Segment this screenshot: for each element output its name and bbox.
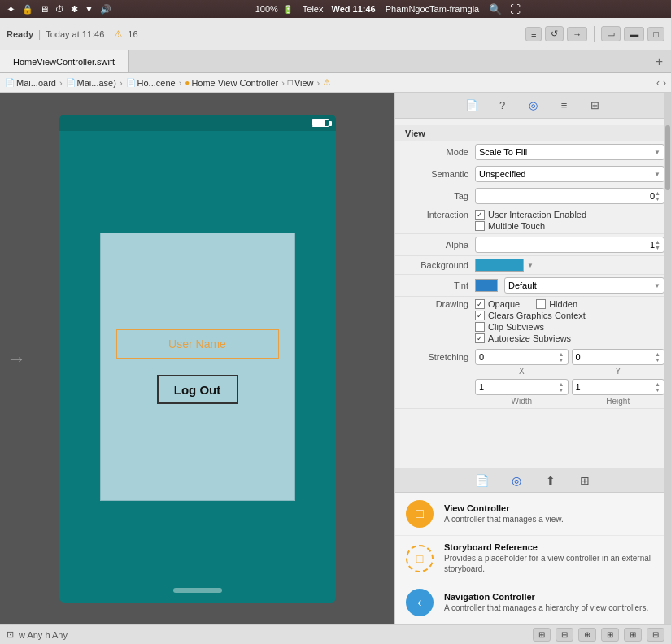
add-tab-btn[interactable]: + (647, 50, 671, 72)
semantic-control: Unspecified ▼ (475, 166, 664, 182)
tint-control: Default ▼ (475, 277, 664, 294)
breadcrumb-item-5[interactable]: □ View (288, 78, 314, 88)
lib-file-btn[interactable]: 📄 (473, 472, 491, 490)
breadcrumb-item-2[interactable]: 📄 Mai...ase) (66, 78, 116, 88)
stretching-label: Stretching (402, 352, 475, 362)
dropbox-icon[interactable]: ✦ (7, 3, 15, 15)
hidden-row: Hidden (536, 299, 577, 309)
stretch-h-stepper[interactable]: ▲▼ (655, 381, 660, 393)
tint-select[interactable]: Default ▼ (504, 277, 664, 294)
active-tab[interactable]: HomeViewController.swift (0, 50, 129, 72)
toggle-btn-1[interactable]: ⊞ (624, 628, 642, 642)
zoom-btn[interactable]: ⊕ (578, 628, 596, 642)
layout3-btn[interactable]: □ (647, 27, 664, 41)
bottom-right: ⊞ ⊟ ⊕ ⊞ ⊞ ⊟ (533, 628, 664, 642)
sb-icon: □ (406, 545, 434, 572)
scrollbar-thumb[interactable] (665, 125, 670, 190)
vertical-scrollbar[interactable] (664, 93, 671, 624)
breadcrumb-item-3[interactable]: 📄 Ho...cene (126, 78, 176, 88)
stretching-control: 0 ▲▼ 0 ▲▼ (475, 349, 664, 365)
menubar-left: ✦ 🔒 🖥 ⏱ ✱ ▼ 🔊 (7, 3, 111, 15)
alpha-stepper[interactable]: ▲▼ (655, 239, 660, 250)
stretch-w-input[interactable]: 1 ▲▼ (475, 379, 569, 395)
lib-grid-btn[interactable]: ⊞ (576, 472, 594, 490)
semantic-select[interactable]: Unspecified ▼ (475, 166, 664, 182)
stretch-y-input[interactable]: 0 ▲▼ (572, 349, 665, 365)
stretch-x-input[interactable]: 0 ▲▼ (475, 349, 569, 365)
separator: | (38, 28, 41, 40)
vc-icon: □ (406, 500, 434, 528)
search-icon[interactable]: 🔍 (489, 3, 502, 15)
sb-desc: Provides a placeholder for a view contro… (444, 553, 661, 574)
inspector-content: View Mode Scale To Fill ▼ Semantic Unspe… (395, 119, 671, 468)
phone-view-container[interactable]: User Name Log Out (100, 233, 295, 501)
mode-select[interactable]: Scale To Fill ▼ (475, 144, 664, 160)
semantic-row: Semantic Unspecified ▼ (395, 163, 671, 185)
stretch-h-input[interactable]: 1 ▲▼ (572, 379, 665, 395)
telex-label: Telex (303, 4, 324, 14)
identity-btn[interactable]: ◎ (525, 97, 542, 115)
drawing-control4: ✓ Autoresize Subviews (475, 333, 664, 343)
layout2-btn[interactable]: ▬ (624, 27, 644, 41)
tag-label: Tag (402, 191, 475, 201)
grid-btn[interactable]: ⊞ (601, 628, 619, 642)
layout-btn-2[interactable]: ⊟ (556, 628, 573, 642)
username-display: PhamNgocTam-framgia (386, 4, 480, 14)
lib-arrow-btn[interactable]: ⬆ (542, 472, 560, 490)
separator1 (594, 26, 595, 42)
clip-checkbox[interactable] (475, 322, 485, 332)
forward-btn[interactable]: → (567, 27, 587, 41)
fullscreen-icon[interactable]: ⛶ (510, 3, 521, 15)
breadcrumb-item-warning[interactable]: ⚠ (323, 77, 331, 88)
hidden-checkbox[interactable] (536, 299, 546, 309)
size-btn[interactable]: ⊞ (586, 97, 604, 115)
nav-icon: ‹ (406, 589, 434, 616)
phone-device: User Name Log Out (59, 115, 336, 603)
stretching-grid: 0 ▲▼ 0 ▲▼ (475, 349, 664, 365)
layout1-btn[interactable]: ▭ (601, 26, 621, 41)
bottom-bar: ⊡ w Any h Any ⊞ ⊟ ⊕ ⊞ ⊞ ⊟ (0, 624, 671, 644)
object-library-toolbar: 📄 ◎ ⬆ ⊞ (395, 468, 671, 493)
alpha-input[interactable]: 1 ▲▼ (475, 237, 664, 253)
stretch-x-stepper[interactable]: ▲▼ (559, 351, 564, 363)
lib-circle-btn[interactable]: ◎ (508, 472, 525, 490)
breadcrumb-back-btn[interactable]: ‹ (656, 77, 660, 89)
battery-icon: 🔋 (283, 5, 293, 14)
breadcrumb-item-4[interactable]: ● Home View Controller (185, 78, 278, 88)
help-btn[interactable]: ? (494, 97, 512, 115)
mode-label: Mode (402, 147, 475, 157)
warning-icon: ⚠ (114, 28, 123, 40)
autoresize-checkbox[interactable]: ✓ (475, 333, 485, 343)
x-axis-label: X (475, 367, 569, 376)
align-left-btn[interactable]: ≡ (525, 27, 542, 41)
semantic-select-arrow: ▼ (654, 171, 660, 178)
breadcrumb-forward-btn[interactable]: › (663, 77, 666, 89)
vc-desc: A controller that manages a view. (444, 514, 661, 524)
clears-checkbox[interactable]: ✓ (475, 311, 485, 320)
user-interaction-checkbox[interactable]: ✓ (475, 210, 485, 220)
multiple-touch-label: Multiple Touch (488, 221, 545, 231)
refresh-btn[interactable]: ↺ (545, 26, 564, 41)
phone-battery-fill (312, 120, 325, 126)
stretch-w-stepper[interactable]: ▲▼ (559, 381, 564, 393)
logout-button[interactable]: Log Out (157, 375, 238, 404)
attributes-btn[interactable]: ≡ (556, 97, 573, 115)
layout-btn-1[interactable]: ⊞ (533, 628, 551, 642)
file-inspector-btn[interactable]: 📄 (463, 97, 481, 115)
nav-text: Navigation Controller A controller that … (444, 592, 661, 613)
object-library: 📄 ◎ ⬆ ⊞ □ View Controller A controller t… (395, 468, 671, 624)
opaque-checkbox[interactable]: ✓ (475, 299, 485, 309)
tint-color-swatch[interactable] (475, 279, 498, 292)
hidden-label: Hidden (549, 299, 577, 309)
breadcrumb-item-1[interactable]: 📄 Mai...oard (5, 78, 56, 88)
toolbar-left: Ready | Today at 11:46 ⚠ 16 (7, 28, 519, 40)
stretching-row: Stretching 0 ▲▼ 0 (395, 346, 671, 409)
background-color-swatch[interactable] (475, 259, 524, 272)
toggle-btn-2[interactable]: ⊟ (647, 628, 664, 642)
stretch-y-stepper[interactable]: ▲▼ (655, 351, 660, 363)
tint-row: Tint Default ▼ (395, 275, 671, 297)
tag-stepper[interactable]: ▲▼ (655, 190, 660, 202)
multiple-touch-checkbox[interactable] (475, 221, 485, 231)
nav-icon-wrapper: ‹ (405, 588, 434, 617)
tag-input[interactable]: 0 ▲▼ (475, 188, 664, 204)
